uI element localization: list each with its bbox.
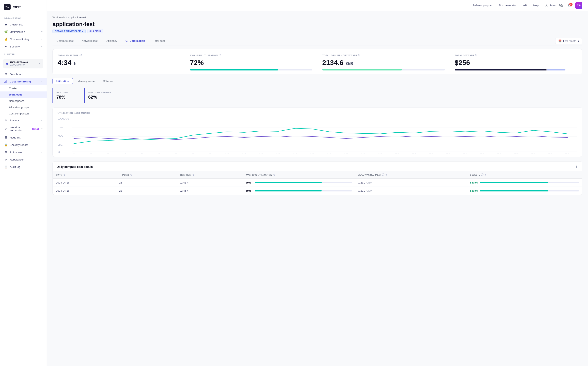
col-date[interactable]: DATE ⇅ bbox=[53, 171, 116, 179]
cell-wasted-mem: 1.231 GiB/h bbox=[355, 179, 467, 187]
info-icon[interactable]: ⓘ bbox=[358, 54, 360, 57]
gpu-util-progress bbox=[190, 69, 313, 70]
tab-total-cost[interactable]: Total cost bbox=[149, 37, 169, 45]
gpu-mem-bar-fill bbox=[322, 69, 402, 70]
avg-gpu-stat: AVG. GPU 78% bbox=[52, 88, 74, 103]
sidebar-sub-allocation-groups[interactable]: Allocation groups bbox=[0, 104, 47, 110]
chart-title: UTILIZATION LAST MONTH bbox=[58, 112, 577, 114]
table-header: DATE ⇅ ↔PODS ⇅ IDLE TIME ⇅ AVG. GPU UTIL… bbox=[53, 171, 582, 179]
user-icon bbox=[545, 4, 548, 7]
user-name: Jane bbox=[550, 4, 555, 7]
topbar-referral[interactable]: Referral program bbox=[472, 4, 493, 7]
logo[interactable]: cast bbox=[0, 0, 47, 14]
sidebar-sub-cost-comparison[interactable]: Cost comparison bbox=[0, 110, 47, 117]
sidebar-item-audit-log[interactable]: 📋 Audit log bbox=[0, 163, 47, 170]
sidebar-item-label: Savings bbox=[10, 119, 20, 122]
col-wasted-mem[interactable]: AVG. WASTED MEM. ⓘ ⇅ bbox=[355, 171, 467, 179]
svg-text:4: 4 bbox=[124, 153, 126, 154]
sidebar-item-security-top[interactable]: ✦ Security ▾ bbox=[0, 43, 47, 50]
table-row: 2024-04-16 23 02:45 h 69% 1.231 GiB/h $8… bbox=[53, 187, 582, 195]
topbar-api[interactable]: API bbox=[523, 4, 528, 7]
rebalancer-icon: ⇄ bbox=[4, 158, 8, 161]
info-icon[interactable]: ⓘ bbox=[475, 54, 478, 57]
svg-point-5 bbox=[546, 4, 547, 6]
info-icon[interactable]: ⓘ bbox=[382, 174, 384, 176]
sidebar-item-security-report[interactable]: 🔒 Security report bbox=[0, 141, 47, 148]
avg-gpu-value: 78% bbox=[56, 94, 68, 100]
svg-text:13: 13 bbox=[276, 153, 280, 154]
svg-text:28: 28 bbox=[531, 153, 536, 154]
tab-network-cost[interactable]: Network cost bbox=[78, 37, 102, 45]
sidebar-item-label: Node list bbox=[10, 136, 21, 139]
svg-text:15: 15 bbox=[310, 153, 315, 154]
cluster-list-icon: ◆ bbox=[4, 23, 8, 26]
sidebar-sub-workloads[interactable]: Workloads bbox=[0, 92, 47, 98]
settings-icon-btn[interactable] bbox=[558, 3, 564, 8]
user-menu[interactable]: Jane bbox=[545, 4, 555, 7]
cluster-selector[interactable]: EKS-5673-test 405349833286 ▾ bbox=[0, 57, 47, 70]
sidebar-item-cluster-list[interactable]: ◆ Cluster list bbox=[0, 21, 47, 28]
metric-label: TOTAL $ WASTE ⓘ bbox=[455, 54, 577, 57]
sidebar-item-node-list[interactable]: ☰ Node list bbox=[0, 134, 47, 141]
svg-text:75: 75 bbox=[58, 127, 63, 129]
namespace-tag[interactable]: DEFAULT NAMESPACE ↗ bbox=[52, 29, 86, 33]
svg-text:100%: 100% bbox=[58, 118, 70, 120]
utilization-chart: 100% 75 50 25 0 1 2 bbox=[58, 117, 577, 154]
chevron-down-icon: ▾ bbox=[41, 45, 43, 48]
col-pods[interactable]: ↔PODS ⇅ bbox=[116, 171, 176, 179]
tabs-bar: Compute cost Network cost Efficiency GPU… bbox=[52, 37, 582, 46]
svg-text:10: 10 bbox=[225, 153, 229, 154]
notifications-btn[interactable]: 8 bbox=[567, 3, 573, 8]
chevron-down-icon: ▾ bbox=[41, 128, 43, 130]
sidebar-item-dashboard[interactable]: ⊞ Dashboard bbox=[0, 70, 47, 78]
col-idle-time[interactable]: IDLE TIME ⇅ bbox=[176, 171, 243, 179]
breadcrumb-separator: / bbox=[66, 16, 67, 19]
topbar: Referral program Documentation API Help … bbox=[47, 0, 588, 11]
user-avatar[interactable]: CA bbox=[575, 2, 582, 9]
tab-compute-cost[interactable]: Compute cost bbox=[52, 37, 78, 45]
sidebar-item-workload-autoscaler[interactable]: ⟳ Workload autoscaler BETA ▾ bbox=[0, 124, 47, 134]
col-waste[interactable]: $ WASTE ⓘ ⇅ bbox=[467, 171, 582, 179]
logo-text: cast bbox=[13, 5, 21, 9]
topbar-help[interactable]: Help bbox=[533, 4, 539, 7]
sidebar-item-optimization[interactable]: 🌿 Optimization ▾ bbox=[0, 28, 47, 35]
cost-icon: 💰 bbox=[4, 37, 8, 41]
sub-tab-memory-waste[interactable]: Memory waste bbox=[74, 78, 99, 84]
date-filter[interactable]: 📅 Last month ▾ bbox=[555, 38, 582, 44]
tab-gpu-utilization[interactable]: GPU utilization bbox=[121, 37, 149, 45]
sub-tab-dollar-waste[interactable]: $ Waste bbox=[100, 78, 117, 84]
info-icon[interactable]: ⓘ bbox=[80, 54, 82, 57]
info-icon[interactable]: ⓘ bbox=[481, 174, 483, 176]
breadcrumb: Workloads / application-test bbox=[52, 16, 582, 19]
info-icon[interactable]: ⓘ bbox=[219, 54, 221, 57]
topbar-actions: Jane 8 CA bbox=[545, 2, 582, 9]
sidebar-item-savings[interactable]: $ Savings ▾ bbox=[0, 117, 47, 124]
cluster-id: 405349833286 bbox=[10, 64, 37, 66]
topbar-docs[interactable]: Documentation bbox=[499, 4, 517, 7]
avg-gpu-mem-stat: AVG. GPU MEMORY 62% bbox=[84, 88, 118, 103]
sidebar-item-cost-monitoring[interactable]: Cost monitoring ▴ bbox=[0, 78, 47, 85]
sidebar-sub-cluster[interactable]: Cluster bbox=[0, 85, 47, 92]
sidebar-item-label: Workload autoscaler bbox=[10, 126, 29, 132]
sidebar-item-rebalancer[interactable]: ⇄ Rebalancer bbox=[0, 156, 47, 163]
cell-pods: 23 bbox=[116, 187, 176, 195]
labels-tag[interactable]: 3 LABELS bbox=[87, 29, 103, 33]
dollar-waste-bar-light bbox=[547, 69, 565, 70]
col-gpu-util[interactable]: AVG. GPU UTILIZATION ⇅ bbox=[243, 171, 355, 179]
sidebar-item-autoscaler[interactable]: ⚙ Autoscaler ▾ bbox=[0, 148, 47, 156]
cell-waste: $80.04 bbox=[467, 187, 582, 195]
sidebar-item-label: Security report bbox=[10, 143, 28, 146]
metric-card-dollar-waste: TOTAL $ WASTE ⓘ $256 bbox=[450, 49, 582, 74]
breadcrumb-workloads[interactable]: Workloads bbox=[52, 16, 65, 19]
table-section: Daily compute cost details ⬆ DATE ⇅ ↔POD… bbox=[52, 161, 582, 195]
export-icon[interactable]: ⬆ bbox=[575, 165, 578, 169]
sidebar-item-label: Audit log bbox=[10, 165, 21, 168]
sidebar-item-cost-monitoring-top[interactable]: 💰 Cost monitoring ▾ bbox=[0, 35, 47, 43]
chevron-down-icon: ▾ bbox=[41, 119, 43, 122]
sub-tab-utilization[interactable]: Utilization bbox=[52, 78, 73, 84]
sidebar-sub-namespaces[interactable]: Namespaces bbox=[0, 98, 47, 104]
cast-logo-icon bbox=[4, 4, 11, 10]
chart-area: 100% 75 50 25 0 1 2 bbox=[58, 117, 577, 154]
sort-icon: ⇅ bbox=[130, 174, 132, 176]
tab-efficiency[interactable]: Efficiency bbox=[102, 37, 121, 45]
